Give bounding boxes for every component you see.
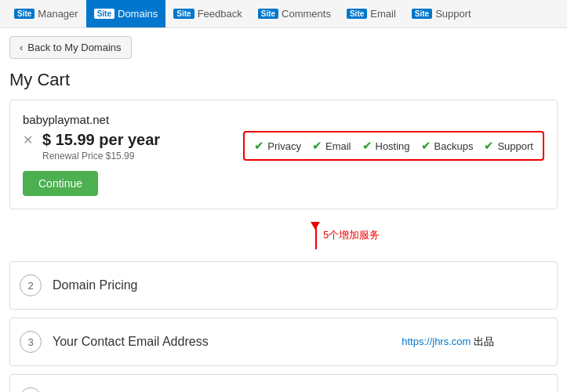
feature-privacy-label: Privacy [267,140,301,152]
feature-backups: ✔ Backups [421,139,474,153]
features-box: ✔ Privacy ✔ Email ✔ Hosting ✔ Backups ✔ … [243,131,544,161]
back-button-label: Back to My Domains [27,42,121,53]
check-support-icon: ✔ [484,139,494,153]
site-badge-manager: Site [14,9,35,19]
cart-row: ✕ $ 15.99 per year Renewal Price $15.99 … [23,131,544,162]
remove-item-button[interactable]: ✕ [23,131,33,147]
cart-price: $ 15.99 per year [42,131,160,149]
features-annotation-text: 5个增加服务 [323,228,380,242]
check-backups-icon: ✔ [421,139,431,153]
site-badge-domains: Site [94,9,114,19]
site-badge-comments: Site [258,9,278,19]
step-3-label: Your Contact Email Address [53,335,209,349]
step-3-annotation: https://jhrs.com 出品 [402,335,494,349]
features-annotation-area: 5个增加服务 [9,222,558,261]
feature-hosting: ✔ Hosting [362,139,410,153]
nav-email[interactable]: Site Email [339,0,404,27]
back-button[interactable]: ‹ Back to My Domains [9,36,132,59]
check-email-icon: ✔ [312,139,322,153]
cart-card: babyplaymat.net ✕ $ 15.99 per year Renew… [9,100,558,209]
cart-domain: babyplaymat.net [23,113,544,126]
check-hosting-icon: ✔ [362,139,373,153]
cart-price-block: $ 15.99 per year Renewal Price $15.99 [42,131,160,162]
nav-comments-label: Comments [282,8,331,20]
check-privacy-icon: ✔ [254,139,264,153]
cart-renewal: Renewal Price $15.99 [42,151,160,162]
feature-hosting-label: Hosting [376,140,410,152]
step-3-circle: 3 [20,331,42,353]
step-3-section: 3 Your Contact Email Address https://jhr… [9,318,558,366]
step-2-label: Domain Pricing [53,278,137,292]
site-badge-support: Site [412,9,432,19]
nav-domains[interactable]: Site Domains [86,0,166,27]
step-4-section: 4 Choose Payment Method [9,374,558,392]
step-4-circle: 4 [20,387,42,392]
nav-domains-label: Domains [118,8,158,20]
page-title: My Cart [0,67,567,100]
continue-button[interactable]: Continue [23,171,98,196]
nav-feedback[interactable]: Site Feedback [165,0,249,27]
nav-feedback-label: Feedback [198,8,242,20]
back-chevron-icon: ‹ [20,42,23,53]
nav-support[interactable]: Site Support [404,0,479,27]
step-2-circle: 2 [20,274,42,296]
step-3-annotation-suffix: 出品 [474,336,494,347]
feature-privacy: ✔ Privacy [254,139,301,153]
back-area: ‹ Back to My Domains [0,28,567,67]
feature-email-label: Email [325,140,351,152]
site-badge-email: Site [347,9,367,19]
jhrs-link[interactable]: https://jhrs.com [402,336,471,347]
annotation-arrow-head [311,222,320,230]
site-badge-feedback: Site [173,9,194,19]
feature-email: ✔ Email [312,139,351,153]
nav-manager[interactable]: Site Manager [6,0,86,27]
feature-backups-label: Backups [434,140,474,152]
feature-support: ✔ Support [484,139,533,153]
top-navigation: Site Manager Site Domains Site Feedback … [0,0,567,28]
feature-support-label: Support [497,140,533,152]
nav-email-label: Email [370,8,396,20]
nav-support-label: Support [435,8,471,20]
nav-manager-label: Manager [38,8,78,20]
nav-comments[interactable]: Site Comments [250,0,339,27]
cart-left: ✕ $ 15.99 per year Renewal Price $15.99 [23,131,160,162]
step-2-section: 2 Domain Pricing [9,261,558,310]
